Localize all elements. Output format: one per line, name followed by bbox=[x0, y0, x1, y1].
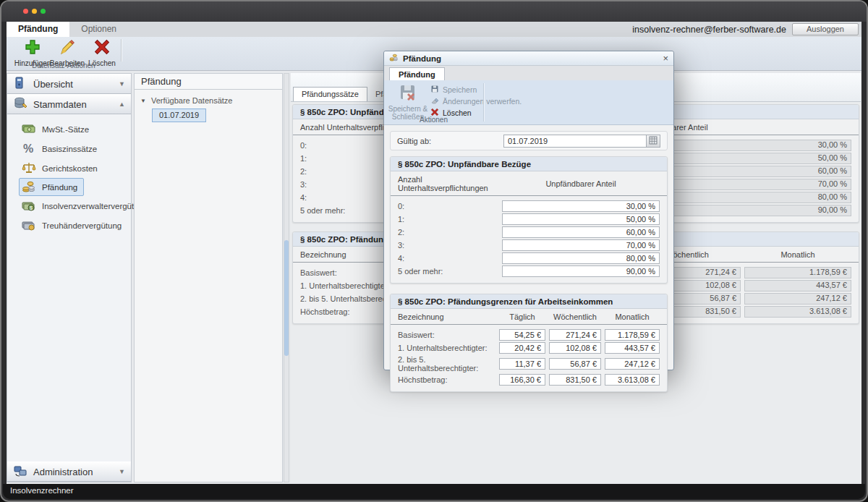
pencil-icon bbox=[59, 38, 76, 59]
monthly-input[interactable] bbox=[605, 342, 660, 354]
sidebar-group-label: Übersicht bbox=[33, 79, 73, 90]
valid-from-label: Gültig ab: bbox=[397, 137, 431, 145]
sidebar-item-label: Gerichtskosten bbox=[42, 164, 98, 173]
daily-input[interactable] bbox=[499, 358, 545, 370]
valid-from-row: Gültig ab: bbox=[390, 131, 668, 150]
sidebar-group-administration[interactable]: Administration ▼ bbox=[7, 461, 131, 482]
anteil-input[interactable] bbox=[502, 252, 660, 264]
monthly-input[interactable] bbox=[605, 358, 660, 370]
sidebar-item-insolvenzverwalterverguetung[interactable]: $ Insolvenzverwaltervergütung bbox=[7, 196, 131, 216]
tree-expander-icon[interactable]: ▼ bbox=[140, 98, 146, 104]
section-title: § 850c ZPO: Unpfändbare Bezüge bbox=[391, 157, 667, 171]
save-button-label: Speichern bbox=[443, 85, 477, 94]
sidebar-item-gerichtskosten[interactable]: Gerichtskosten bbox=[7, 158, 131, 178]
pfaendung-dialog: Pfändung × Pfändung Speichern & Schließe… bbox=[383, 51, 674, 370]
save-button[interactable]: Speichern bbox=[430, 84, 522, 95]
section-rows: Basiswert: 1. Unterhaltsberechtigter: 2.… bbox=[391, 325, 667, 391]
window-titlebar bbox=[1, 1, 867, 22]
table-row: 5 oder mehr: bbox=[398, 265, 660, 277]
anteil-input[interactable] bbox=[502, 265, 660, 277]
sidebar-item-treuhaenderverguetung[interactable]: Treuhändervergütung bbox=[7, 216, 131, 235]
table-row: 2. bis 5. Unterhaltsberechtigter: bbox=[398, 355, 660, 373]
monthly-input[interactable] bbox=[605, 329, 660, 341]
monthly-input[interactable] bbox=[605, 374, 660, 386]
monthly-field: 3.613,08 € bbox=[744, 306, 851, 318]
dialog-body: Gültig ab: § 850c ZPO: Unpfändbare Bezüg… bbox=[384, 125, 673, 370]
sidebar-item-pfaendung[interactable]: Pfändung bbox=[19, 178, 84, 196]
sidebar-item-label: Treuhändervergütung bbox=[42, 221, 122, 230]
scales-icon bbox=[22, 162, 36, 175]
section-column-headers: Anzahl Unterhaltsverpflichtungen Unpfänd… bbox=[391, 171, 667, 196]
svg-text:$: $ bbox=[30, 205, 33, 210]
close-icon[interactable]: × bbox=[663, 55, 668, 62]
status-bar: Insolvenzrechner bbox=[3, 484, 865, 499]
row-label: 2. bis 5. Unterhaltsberechtigter: bbox=[398, 355, 495, 373]
sidebar-item-label: MwSt.-Sätze bbox=[42, 125, 89, 134]
column-header-anteil: Unpfändbarer Anteil bbox=[502, 179, 660, 188]
monthly-field: 1.178,59 € bbox=[744, 267, 851, 278]
window-controls[interactable] bbox=[23, 9, 46, 14]
dialog-tab-pfaendung[interactable]: Pfändung bbox=[389, 67, 445, 80]
row-label: Basiswert: bbox=[398, 331, 495, 339]
dialog-section-pfaendungsgrenzen: § 850c ZPO: Pfändungsgrenzen für Arbeits… bbox=[390, 294, 668, 392]
section-title: § 850c ZPO: Pfändungsgrenzen für Arbeits… bbox=[391, 294, 667, 309]
sidebar-item-mwst-saetze[interactable]: MwSt.-Sätze bbox=[7, 119, 131, 139]
zoom-window-button[interactable] bbox=[41, 9, 46, 14]
weekly-input[interactable] bbox=[549, 374, 601, 386]
percent-icon: % bbox=[22, 142, 36, 156]
column-header-woechentlich: Wöchentlich bbox=[549, 312, 601, 321]
row-label: 5 oder mehr: bbox=[398, 267, 502, 276]
ribbon-tab-optionen[interactable]: Optionen bbox=[69, 22, 128, 37]
scrollbar-thumb[interactable] bbox=[284, 240, 289, 356]
save-close-label-line1: Speichern & bbox=[388, 105, 427, 113]
daily-input[interactable] bbox=[499, 374, 545, 386]
ribbon-tab-pfaendung[interactable]: Pfändung bbox=[7, 22, 69, 37]
daily-input[interactable] bbox=[499, 329, 545, 341]
close-window-button[interactable] bbox=[23, 9, 28, 14]
dialog-title: Pfändung bbox=[403, 54, 441, 63]
anteil-input[interactable] bbox=[502, 239, 660, 251]
sidebar-group-label: Administration bbox=[33, 467, 93, 477]
tree-node-verfuegbare-datensaetze[interactable]: ▼ Verfügbare Datensätze bbox=[140, 96, 282, 105]
chevron-down-icon: ▼ bbox=[119, 468, 125, 475]
anteil-input[interactable] bbox=[502, 226, 660, 238]
sidebar-item-basiszinssaetze[interactable]: % Basiszinssätze bbox=[7, 139, 131, 158]
vertical-scrollbar[interactable] bbox=[284, 73, 289, 482]
column-header-taeglich: Täglich bbox=[499, 312, 545, 321]
dataset-panel: Pfändung ▼ Verfügbare Datensätze 01.07.2… bbox=[134, 73, 283, 482]
tab-pfaendungssaetze[interactable]: Pfändungssätze bbox=[293, 87, 367, 101]
dataset-item-01-07-2019[interactable]: 01.07.2019 bbox=[152, 109, 206, 122]
calendar-button[interactable] bbox=[647, 135, 660, 148]
delete-button[interactable]: Löschen bbox=[82, 38, 122, 64]
row-label: 1: bbox=[398, 215, 502, 224]
sidebar-item-label: Pfändung bbox=[42, 183, 77, 192]
weekly-input[interactable] bbox=[549, 329, 601, 341]
daily-input[interactable] bbox=[499, 342, 545, 354]
row-label: 3: bbox=[398, 241, 502, 250]
table-row: 4: bbox=[398, 252, 660, 264]
anteil-input[interactable] bbox=[502, 200, 660, 212]
logout-button[interactable]: Ausloggen bbox=[792, 23, 859, 35]
table-row: Basiswert: bbox=[398, 329, 660, 341]
discard-changes-button[interactable]: Änderungen verwerfen. bbox=[430, 95, 522, 107]
chevron-down-icon: ▼ bbox=[119, 80, 125, 88]
dialog-titlebar[interactable]: Pfändung × bbox=[384, 51, 673, 66]
valid-from-input[interactable] bbox=[503, 135, 647, 148]
row-label: 2: bbox=[398, 228, 502, 237]
table-row: 1. Unterhaltsberechtigter: bbox=[398, 342, 660, 354]
discard-button-label: Änderungen verwerfen. bbox=[443, 97, 522, 106]
app-window: Pfändung Optionen insolvenz-rechner@ferb… bbox=[0, 0, 868, 502]
table-row: 2: bbox=[398, 226, 660, 238]
weekly-input[interactable] bbox=[549, 342, 601, 354]
weekly-input[interactable] bbox=[549, 358, 601, 370]
panel-title: Pfändung bbox=[135, 74, 282, 90]
computer-icon bbox=[13, 76, 27, 93]
sidebar-group-uebersicht[interactable]: Übersicht ▼ bbox=[7, 74, 131, 94]
sidebar-group-stammdaten[interactable]: Stammdaten ▲ bbox=[7, 94, 131, 114]
anteil-input[interactable] bbox=[502, 213, 660, 225]
table-row: 0: bbox=[398, 200, 660, 212]
sidebar-item-label: Insolvenzverwaltervergütung bbox=[42, 202, 148, 210]
sidebar-group-label: Stammdaten bbox=[33, 99, 87, 110]
minimize-window-button[interactable] bbox=[32, 9, 37, 14]
plus-icon bbox=[24, 38, 41, 59]
